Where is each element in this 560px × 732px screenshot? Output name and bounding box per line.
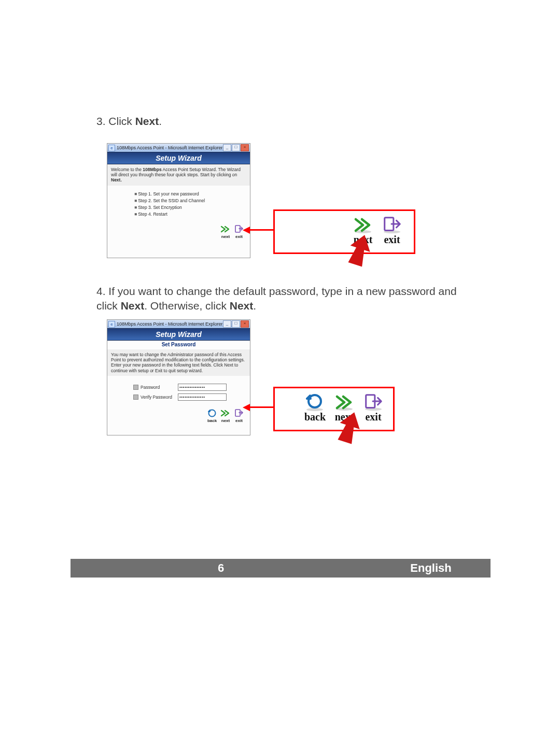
nav-row: back next exit — [107, 405, 250, 427]
password-input[interactable]: ••••••••••••••• — [178, 384, 227, 391]
step-3: ■Step 3. Set Encryption — [134, 205, 250, 210]
back-label: back — [207, 418, 217, 423]
exit-icon — [382, 215, 402, 235]
step-2: ■Step 2. Set the SSID and Channel — [134, 198, 250, 203]
next-button-small[interactable]: next — [219, 409, 232, 423]
verify-password-input[interactable]: ••••••••••••••• — [178, 393, 227, 401]
maximize-button[interactable]: □ — [232, 320, 240, 328]
password-form: Password ••••••••••••••• Verify Password… — [107, 376, 250, 405]
callout2-arrow-line — [250, 406, 274, 408]
titlebar: e 108Mbps Access Point - Microsoft Inter… — [107, 320, 250, 328]
instr-3-text: Click — [108, 115, 135, 127]
next-icon — [220, 224, 231, 234]
callout1-pointer-arrow — [342, 234, 379, 271]
callout2-arrow-head — [243, 404, 250, 411]
back-button-small[interactable]: back — [205, 409, 219, 423]
next-icon — [353, 215, 373, 235]
ie-icon: e — [108, 321, 115, 328]
welcome-bold2: Next. — [111, 177, 122, 182]
exit-icon — [363, 392, 384, 412]
bullet-icon — [133, 395, 138, 400]
window-title: 108Mbps Access Point - Microsoft Interne… — [117, 321, 222, 327]
callout2-pointer-arrow — [332, 412, 368, 448]
minimize-button[interactable]: _ — [223, 320, 231, 328]
wizard-window-1: e 108Mbps Access Point - Microsoft Inter… — [107, 143, 250, 258]
password-row: Password ••••••••••••••• — [111, 384, 246, 391]
welcome-text: Welcome to the 108Mbps Access Point Setu… — [107, 164, 250, 186]
instruction-3: 3. Click Next. — [96, 114, 162, 129]
callout2-back-button[interactable]: back — [304, 390, 326, 423]
close-button[interactable]: × — [241, 320, 249, 328]
close-button[interactable]: × — [241, 144, 249, 151]
password-label: Password — [141, 385, 178, 390]
minimize-button[interactable]: _ — [223, 144, 231, 151]
ie-icon: e — [108, 145, 115, 151]
maximize-button[interactable]: □ — [232, 144, 240, 151]
next-icon — [334, 392, 355, 412]
callout1-arrow-head — [243, 227, 250, 234]
wizard-ribbon: Setup Wizard — [107, 152, 250, 164]
step-1: ■Step 1. Set your new password — [134, 191, 250, 196]
wizard-window-2: e 108Mbps Access Point - Microsoft Inter… — [107, 319, 250, 435]
titlebar: e 108Mbps Access Point - Microsoft Inter… — [107, 144, 250, 152]
instr-4-bold2: Next — [230, 300, 254, 312]
svg-marker-12 — [335, 412, 365, 445]
instr-4-bold1: Next — [121, 300, 145, 312]
steps-list: ■Step 1. Set your new password ■Step 2. … — [107, 186, 250, 221]
step-4: ■Step 4. Restart — [134, 212, 250, 217]
instr-4-b: . Otherwise, click — [144, 300, 230, 312]
exit-label: exit — [235, 418, 243, 423]
password-description: You may want to change the Administrator… — [107, 349, 250, 376]
verify-password-row: Verify Password ••••••••••••••• — [111, 393, 246, 401]
svg-marker-4 — [345, 234, 375, 268]
welcome-bold1: 108Mbps — [143, 167, 161, 172]
next-icon — [220, 409, 231, 418]
callout1-exit-button[interactable]: exit — [382, 213, 402, 246]
footer-language: English — [371, 561, 491, 575]
bullet-icon — [133, 385, 138, 390]
wizard-ribbon: Setup Wizard — [107, 328, 250, 341]
instruction-4: 4. If you want to change the default pas… — [96, 284, 470, 314]
verify-password-label: Verify Password — [141, 395, 178, 400]
next-label: next — [221, 234, 230, 239]
window-title: 108Mbps Access Point - Microsoft Interne… — [117, 145, 222, 150]
instr-3-num: 3. — [96, 115, 108, 127]
callout1-arrow-line — [250, 229, 274, 231]
instr-3-period: . — [159, 115, 162, 127]
next-label: next — [221, 418, 230, 423]
back-icon — [304, 392, 325, 412]
back-icon — [206, 409, 218, 418]
instr-4-c: . — [253, 300, 256, 312]
subtitle: Set Password — [107, 341, 250, 349]
svg-point-8 — [309, 395, 321, 407]
next-button-small[interactable]: next — [219, 224, 232, 239]
instr-4-num: 4. — [96, 285, 108, 297]
back-label: back — [304, 411, 326, 423]
welcome-a: Welcome to the — [111, 167, 143, 172]
exit-label: exit — [235, 234, 243, 239]
nav-row: next exit — [107, 221, 250, 243]
footer-bar: 6 English — [71, 559, 491, 578]
exit-label: exit — [382, 234, 402, 246]
page-number: 6 — [71, 561, 371, 575]
instr-3-bold: Next — [135, 115, 159, 127]
